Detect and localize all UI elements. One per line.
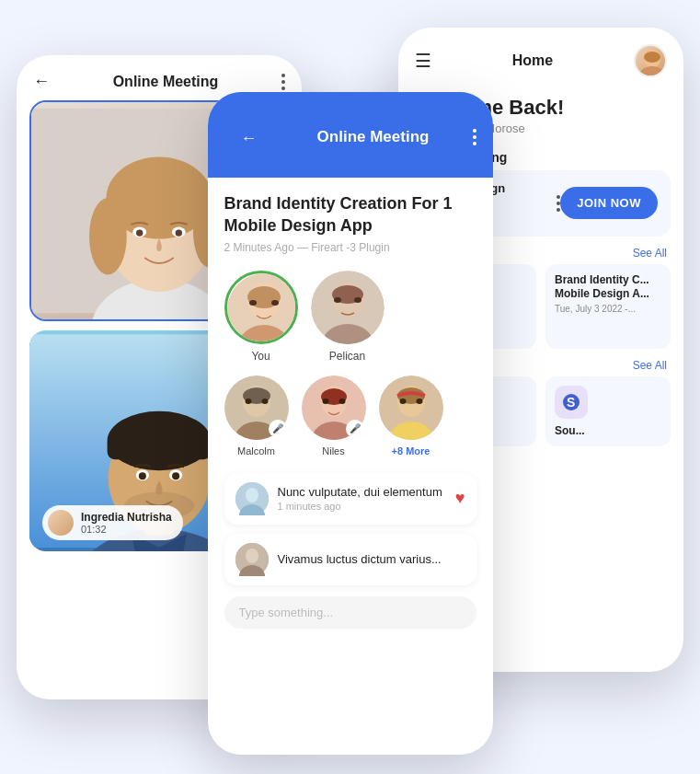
chat-text-2: Vivamus luctus dictum varius... [278,552,465,566]
svg-point-10 [176,229,182,236]
uc2-date: Tue, July 3 2022 -... [555,304,661,314]
participant-name-malcolm: Malcolm [237,445,275,456]
front-center-phone: ← Online Meeting Brand Identity Creation… [208,92,493,755]
chat-avatar-2 [235,543,269,576]
chat-av2-svg [235,543,269,576]
type-input[interactable]: Type something... [224,596,476,629]
heart-icon: ♥ [455,489,465,508]
chat-message-2: Vivamus luctus dictum varius... [224,534,476,585]
chat-time-1: 1 minutes ago [278,501,446,512]
chat-content-1: Nunc vulputate, dui elementum 1 minutes … [278,485,446,512]
back-left-title: Online Meeting [113,74,219,90]
svg-point-5 [89,198,127,274]
man3-svg [379,375,443,440]
svg-point-58 [399,399,406,404]
see-all-upcoming[interactable]: See All [633,247,667,260]
chat-content-2: Vivamus luctus dictum varius... [278,552,465,566]
svg-point-21 [139,472,146,479]
participant-avatar-more [379,375,443,440]
studio-card-2: S Sou... [545,376,671,446]
svg-point-64 [246,549,258,563]
participants-row-2: 🎤 Malcolm 🎤 Niles [224,375,476,456]
front-body: Brand Identity Creation For 1 Mobile Des… [208,178,493,755]
svg-point-25 [644,52,660,63]
svg-point-22 [172,472,179,479]
participant-avatar-you [224,271,298,344]
participant-pelican: Pelican [311,271,384,363]
studio-name-2: Sou... [555,424,585,437]
participant-label: Ingredia Nutrisha 01:32 [42,505,183,540]
participant-avatar-pelican [311,271,384,344]
svg-text:S: S [567,395,575,410]
participant-avatar-niles: 🎤 [302,375,366,440]
front-back-arrow-icon[interactable]: ← [224,110,274,163]
participant-name-pelican: Pelican [329,350,365,363]
avatar-svg [636,46,667,77]
svg-point-41 [354,297,361,303]
front-more-icon[interactable] [473,129,476,145]
svg-point-34 [249,300,257,306]
home-title: Home [512,52,553,69]
back-arrow-icon[interactable]: ← [33,72,50,91]
participant-name-niles: Niles [322,445,344,456]
chat-av-svg [235,482,269,515]
chat-messages: Nunc vulputate, dui elementum 1 minutes … [224,473,476,585]
svg-point-46 [245,399,251,404]
uc2-title: Brand Identity C...Mobile Design A... [555,273,661,302]
participant-info: Ingredia Nutrisha 01:32 [81,511,172,535]
home-header: ☰ Home [398,28,683,87]
chat-avatar-1 [235,482,269,515]
chat-text-1: Nunc vulputate, dui elementum [278,485,446,499]
meeting-meta: 2 Minutes Ago — Fireart -3 Plugin [224,241,476,254]
participant-you-svg [227,273,298,344]
svg-point-35 [271,300,279,306]
participant-pelican-svg [311,271,384,344]
participant-malcolm: 🎤 Malcolm [224,375,289,456]
participant-avatar-malcolm: 🎤 [224,375,289,440]
user-avatar[interactable] [634,44,667,77]
participant-name-you: You [251,350,270,363]
mic-muted-icon: 🎤 [269,420,287,438]
menu-icon[interactable]: ☰ [415,50,431,72]
mic-muted-icon-niles: 🎤 [346,420,364,438]
svg-point-59 [416,399,422,404]
studio-logo-2: S [555,386,588,419]
front-title: Online Meeting [317,128,430,146]
svg-point-53 [339,399,345,404]
participant-niles: 🎤 Niles [302,375,366,456]
front-header: ← Online Meeting [208,92,493,178]
svg-point-9 [136,229,143,236]
svg-point-40 [334,297,341,303]
upcoming-card-2: Brand Identity C...Mobile Design A... Tu… [545,264,671,349]
chat-message-1: Nunc vulputate, dui elementum 1 minutes … [224,473,476,525]
more-options-icon[interactable] [281,74,285,90]
svg-point-52 [322,399,328,404]
participant-name: Ingredia Nutrisha [81,511,172,524]
svg-point-47 [261,399,268,404]
svg-rect-17 [108,436,212,459]
meeting-main-title: Brand Identity Creation For 1 Mobile Des… [224,192,476,237]
participant-avatar-small [48,510,74,536]
participant-name-more: +8 More [392,445,430,456]
call-timer: 01:32 [81,524,172,535]
svg-point-24 [637,66,667,77]
participant-you: You [224,271,298,363]
participants-row-1: You Pelican [224,271,476,363]
participant-more: +8 More [379,375,443,456]
studio2-logo-svg: S [560,391,582,413]
see-all-studios[interactable]: See All [633,359,667,372]
join-now-button[interactable]: JOIN NOW [560,187,658,219]
svg-point-61 [246,488,258,503]
